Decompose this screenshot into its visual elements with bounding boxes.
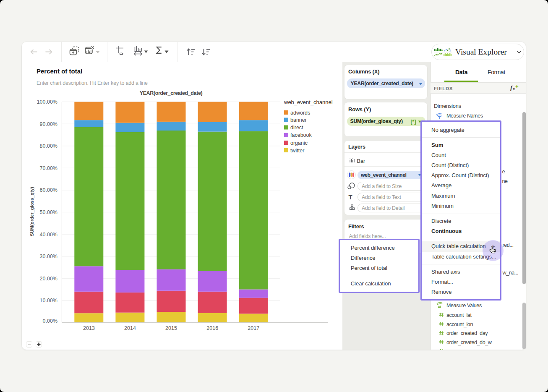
svg-text:organic: organic: [290, 140, 308, 146]
svg-text:90.00%: 90.00%: [40, 121, 57, 127]
svg-text:facebook: facebook: [290, 132, 312, 138]
svg-text:40.00%: 40.00%: [40, 232, 57, 238]
svg-text:70.00%: 70.00%: [40, 165, 57, 171]
svg-text:10.00%: 10.00%: [40, 298, 57, 303]
svg-text:50.00%: 50.00%: [40, 209, 57, 215]
svg-text:banner: banner: [290, 117, 307, 123]
svg-text:SUM(order_gloss_qty): SUM(order_gloss_qty): [29, 187, 34, 236]
svg-text:2017: 2017: [248, 325, 259, 331]
svg-text:2016: 2016: [206, 325, 218, 331]
svg-text:80.00%: 80.00%: [40, 143, 57, 149]
svg-text:web_event_channel: web_event_channel: [284, 99, 333, 105]
svg-text:100.00%: 100.00%: [37, 99, 57, 105]
svg-text:0.00%: 0.00%: [43, 318, 57, 324]
svg-text:twitter: twitter: [290, 148, 304, 154]
svg-text:2015: 2015: [165, 325, 177, 331]
svg-text:30.00%: 30.00%: [40, 253, 57, 259]
svg-text:2014: 2014: [124, 325, 136, 331]
svg-text:60.00%: 60.00%: [40, 187, 57, 193]
svg-text:2013: 2013: [83, 325, 95, 331]
svg-text:20.00%: 20.00%: [40, 276, 57, 282]
svg-text:direct: direct: [290, 125, 303, 131]
svg-text:adwords: adwords: [290, 110, 310, 116]
